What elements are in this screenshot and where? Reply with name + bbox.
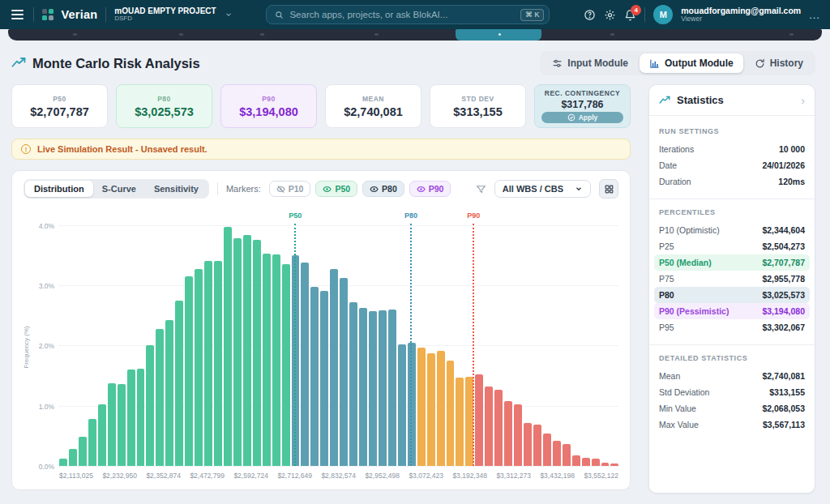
- stat-card-label: STD DEV: [461, 95, 494, 103]
- stat-row-label: P10 (Optimistic): [659, 225, 720, 235]
- histogram-bar: [582, 458, 590, 466]
- apply-label: Apply: [579, 113, 598, 122]
- stat-row-label: Std Deviation: [659, 387, 709, 397]
- stat-card-rec-contingency: REC. CONTINGENCY$317,786Apply: [534, 84, 631, 128]
- marker-label: P80: [404, 211, 417, 220]
- chart-tab-s-curve[interactable]: S-Curve: [93, 181, 145, 197]
- marker-toggle-p50[interactable]: P50: [315, 181, 357, 197]
- histogram-bar: [146, 345, 154, 466]
- marker-toggle-p10[interactable]: P10: [269, 181, 311, 197]
- x-axis-tick: $2,592,724: [233, 472, 268, 480]
- stat-row-std-deviation: Std Deviation$313,155: [654, 384, 810, 400]
- histogram-bar: [610, 463, 618, 466]
- stat-row-p95: P95$3,302,067: [654, 319, 810, 335]
- histogram-bar: [214, 261, 222, 466]
- x-axis-tick: $2,113,025: [59, 472, 93, 480]
- chart-tab-distribution[interactable]: Distribution: [25, 181, 93, 197]
- tab-history[interactable]: History: [745, 53, 813, 73]
- histogram-bar: [533, 425, 541, 466]
- refresh-icon: [755, 58, 765, 69]
- histogram-bar: [282, 264, 290, 466]
- user-info: mouadforgaming@gmail.com Viewer: [681, 6, 801, 23]
- stat-row-value: $3,302,067: [762, 322, 805, 332]
- chart-tab-sensitivity[interactable]: Sensitivity: [145, 181, 208, 197]
- histogram-plot: 0.0%1.0%2.0%3.0%4.0% P50P80P90: [59, 213, 618, 466]
- stat-card-label: P90: [262, 95, 276, 103]
- histogram-bar: [224, 227, 232, 466]
- histogram-bar: [263, 254, 271, 466]
- histogram-bar: [137, 369, 145, 466]
- y-axis-tick: 0.0%: [28, 463, 54, 471]
- histogram-bar: [185, 276, 193, 466]
- grid-view-button[interactable]: [599, 179, 618, 199]
- clipped-toolbar: [8, 29, 822, 41]
- project-switcher[interactable]: mOUAD EMPTY PROJECT DSFD: [114, 6, 216, 23]
- chevron-right-icon[interactable]: ›: [801, 95, 805, 106]
- project-subtitle: DSFD: [114, 15, 216, 23]
- stat-row-label: Duration: [659, 177, 691, 186]
- x-axis-tick: $3,192,348: [452, 472, 487, 480]
- stat-row-p90-pessimistic-: P90 (Pessimistic)$3,194,080: [654, 303, 810, 319]
- bar-chart-icon: [649, 58, 660, 69]
- avatar[interactable]: M: [653, 5, 673, 24]
- stat-row-label: Date: [659, 160, 677, 170]
- histogram-bar: [340, 278, 348, 467]
- histogram-bar: [165, 320, 173, 466]
- histogram-bar: [233, 238, 242, 466]
- histogram-bar: [504, 401, 512, 466]
- chevron-down-icon[interactable]: [225, 11, 233, 19]
- histogram-bar: [398, 344, 406, 466]
- clipped-primary-button[interactable]: [456, 29, 541, 41]
- global-search[interactable]: ⌘ K: [266, 5, 550, 24]
- histogram-bar: [524, 423, 532, 466]
- stat-row-value: 24/01/2026: [762, 160, 805, 170]
- x-axis-tick: $3,312,273: [496, 472, 531, 480]
- overflow-menu-icon[interactable]: ...: [809, 9, 820, 21]
- y-axis-tick: 1.0%: [28, 403, 54, 411]
- marker-toggle-p90[interactable]: P90: [409, 181, 451, 197]
- warning-icon: !: [21, 144, 31, 154]
- menu-icon[interactable]: [10, 8, 25, 21]
- bell-icon[interactable]: 4: [624, 9, 636, 21]
- stat-row-value: $2,707,787: [762, 258, 805, 267]
- histogram-bar: [195, 269, 203, 466]
- stat-row-label: P50 (Median): [659, 258, 712, 267]
- search-input[interactable]: [289, 10, 514, 19]
- gear-icon[interactable]: [604, 9, 616, 21]
- y-axis-tick: 3.0%: [28, 282, 54, 290]
- stat-row-iterations: Iterations10 000: [654, 141, 810, 157]
- wbs-cbs-value: All WBS / CBS: [503, 184, 563, 194]
- tab-label: Output Module: [665, 58, 734, 69]
- divider: [217, 182, 218, 195]
- marker-toggles: P10P50P80P90: [269, 181, 451, 197]
- distribution-chart-card: DistributionS-CurveSensitivity Markers: …: [11, 170, 631, 490]
- apply-contingency-button[interactable]: Apply: [541, 112, 623, 123]
- histogram-bar: [243, 235, 251, 466]
- stat-row-min-value: Min Value$2,068,053: [654, 400, 810, 416]
- histogram-bar: [98, 404, 106, 466]
- unsaved-result-banner: ! Live Simulation Result - Unsaved resul…: [11, 139, 631, 160]
- marker-toggle-p80[interactable]: P80: [362, 181, 404, 197]
- tab-output-module[interactable]: Output Module: [640, 53, 743, 73]
- wbs-cbs-select[interactable]: All WBS / CBS: [494, 180, 591, 198]
- stat-row-label: P80: [659, 290, 674, 300]
- help-icon[interactable]: [584, 9, 596, 21]
- histogram-bar: [447, 361, 455, 466]
- histogram-bar: [127, 369, 135, 466]
- shortcut-badge: ⌘ K: [520, 9, 545, 21]
- stat-row-label: P90 (Pessimistic): [659, 306, 729, 316]
- histogram-bar: [456, 378, 464, 466]
- x-axis-tick: $2,472,799: [190, 472, 225, 480]
- markers-label: Markers:: [226, 184, 261, 194]
- histogram-bar: [349, 302, 357, 466]
- x-axis-tick: $2,952,498: [365, 472, 400, 480]
- banner-text: Live Simulation Result - Unsaved result.: [37, 144, 208, 154]
- stat-row-value: $2,740,081: [762, 371, 805, 381]
- x-axis-tick: $2,232,950: [102, 472, 137, 480]
- histogram-bar: [108, 383, 116, 467]
- stat-row-label: Iterations: [659, 144, 694, 154]
- stat-row-max-value: Max Value$3,567,113: [654, 416, 810, 433]
- tab-input-module[interactable]: Input Module: [542, 53, 638, 73]
- stat-row-p75: P75$2,955,778: [654, 271, 810, 287]
- x-axis-tick: $2,712,649: [277, 472, 312, 480]
